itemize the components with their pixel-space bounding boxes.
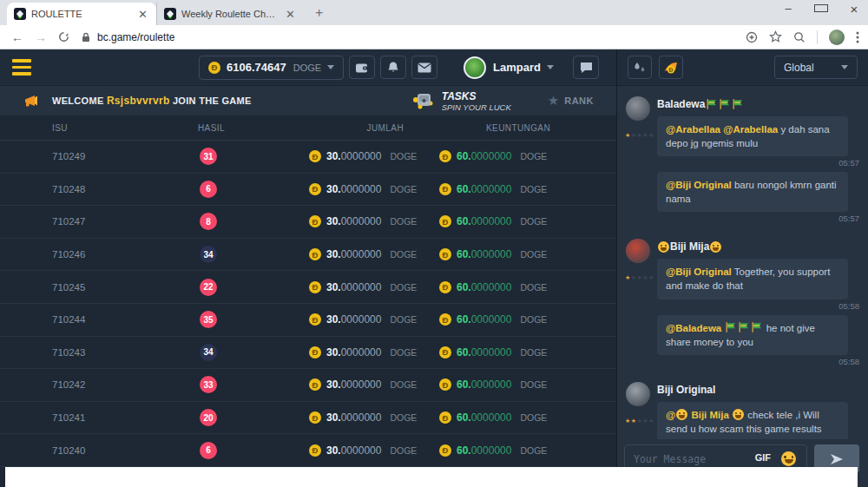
cell-isu: 710246 [0,249,148,260]
chat-avatar[interactable] [626,382,650,406]
user-star-rating: ★★★★★ [625,125,657,141]
table-row[interactable]: 7102486Ð30.0000000DOGEÐ60.0000000DOGE [0,174,616,207]
gif-button[interactable]: GIF [755,452,771,463]
send-icon [830,453,844,465]
message-bubble: @Biji Original baru nongol kmrn ganti na… [657,172,848,212]
chat-username[interactable]: Biji Mija [657,240,859,253]
user-mention[interactable]: Biji Mija [688,410,732,420]
url-text: bc.game/roulette [97,31,174,43]
amount: 30.0000000 [326,346,381,359]
user-mention[interactable]: @Biji Original [666,180,732,190]
currency-label: DOGE [520,314,547,325]
emoji-picker-icon[interactable] [780,451,795,466]
chat-avatar[interactable] [626,239,650,263]
notifications-button[interactable] [380,56,406,79]
table-row[interactable]: 71024233Ð30.0000000DOGEÐ60.0000000DOGE [0,369,616,402]
table-row[interactable]: 71024334Ð30.0000000DOGEÐ60.0000000DOGE [0,337,616,370]
table-row[interactable]: 71024522Ð30.0000000DOGEÐ60.0000000DOGE [0,271,616,304]
chat-username[interactable]: Biji Original [657,384,859,396]
cell-hasil: 6 [148,181,269,198]
cell-isu: 710249 [0,151,148,161]
table-row[interactable]: 71024634Ð30.0000000DOGEÐ60.0000000DOGE [0,239,616,272]
messages-button[interactable] [411,56,437,79]
fireball-coin-icon: Ð [663,61,679,75]
doge-coin-icon: Ð [439,313,451,326]
user-mention[interactable]: @Arabellaa [666,124,720,135]
result-badge: 20 [200,409,217,426]
tab-close-icon[interactable]: ✕ [136,8,149,21]
forward-icon[interactable]: → [35,30,47,44]
cell-keuntungan: Ð60.0000000DOGE [425,248,616,260]
minimize-button[interactable]: – [781,2,795,16]
reload-icon[interactable] [58,31,69,43]
tab-roulette[interactable]: ROULETTE ✕ [7,3,156,25]
result-badge: 34 [200,246,217,263]
currency-label: DOGE [520,184,547,194]
chat-avatar[interactable] [626,96,650,121]
grin-emoji [733,409,744,420]
tab-title: Weekly Roulette Challenge - Win [181,9,279,19]
maximize-button[interactable] [814,2,828,16]
balance-selector[interactable]: Ð 6106.74647 DOGE [199,56,344,80]
cell-isu: 710248 [0,184,148,194]
message-text: Biji Original [657,384,715,396]
cell-keuntungan: Ð60.0000000DOGE [425,215,616,227]
rain-button[interactable] [628,56,652,79]
currency-label: DOGE [390,314,417,325]
address-field[interactable]: bc.game/roulette [82,31,746,43]
table-row[interactable]: 7102478Ð30.0000000DOGEÐ60.0000000DOGE [0,206,616,239]
flag-emoji [706,99,717,109]
browser-profile-avatar[interactable] [829,30,845,45]
tasks-chest-icon [412,91,435,110]
amount: 60.0000000 [457,411,511,424]
table-row[interactable]: 71024435Ð30.0000000DOGEÐ60.0000000DOGE [0,304,616,337]
chat-username[interactable]: Baladewa [657,98,859,110]
url-bar: ← → bc.game/roulette [0,25,868,49]
tasks-subtitle: SPIN YOUR LUCK [442,102,511,112]
user-menu[interactable]: Lampard [464,56,554,79]
chat-room-select[interactable]: Global [774,56,858,79]
doge-coin-icon: Ð [439,444,451,457]
search-icon[interactable] [793,31,806,43]
user-mention[interactable]: @Baladewa [666,323,724,333]
chat-toolbar: Ð Global [617,49,868,86]
chat-group-body: Biji Original@ Biji Mija check tele ,i W… [657,382,859,439]
doge-coin-icon: Ð [309,378,321,391]
menu-hamburger-icon[interactable] [12,59,31,76]
tab-close-icon[interactable]: ✕ [284,8,297,21]
new-tab-button[interactable]: ＋ [312,4,326,21]
zoom-page-icon[interactable] [746,31,758,43]
tasks-shortcut[interactable]: TASKS SPIN YOUR LUCK [412,90,511,112]
back-icon[interactable]: ← [11,30,23,44]
star-icon: ★ [631,274,637,280]
table-row[interactable]: 71024120Ð30.0000000DOGEÐ60.0000000DOGE [0,402,616,435]
user-mention[interactable]: @ [666,410,675,420]
close-window-button[interactable]: × [847,2,861,16]
balance-amount: 6106.74647 [227,61,286,74]
chrome-menu-icon[interactable] [856,31,859,43]
amount: 60.0000000 [457,346,511,359]
results-table-header: ISU HASIL JUMLAH KEUNTUNGAN [0,115,616,140]
amount: 60.0000000 [457,248,511,260]
table-row[interactable]: 71024931Ð30.0000000DOGEÐ60.0000000DOGE [0,141,616,174]
result-badge: 34 [200,344,217,361]
doge-coin-icon: Ð [309,444,321,457]
user-mention[interactable]: @Arabellaa [723,124,778,135]
column-header-isu: ISU [0,123,148,133]
currency-label: DOGE [520,249,547,260]
bookmark-star-icon[interactable] [769,30,782,43]
user-mention[interactable]: @Biji Original [666,267,732,277]
currency-label: DOGE [520,282,547,293]
app: Ð 6106.74647 DOGE [0,49,868,487]
amount: 30.0000000 [326,150,381,162]
coin-drop-button[interactable]: Ð [659,56,683,79]
wallet-button[interactable] [349,56,375,79]
tab-weekly-challenge[interactable]: Weekly Roulette Challenge - Win ✕ [156,3,304,25]
result-badge: 6 [200,442,217,459]
cell-hasil: 22 [148,279,269,296]
cell-jumlah: Ð30.0000000DOGE [269,215,425,227]
rank-shortcut[interactable]: ★ RANK [548,93,594,109]
table-row[interactable]: 7102406Ð30.0000000DOGEÐ60.0000000DOGE [0,434,616,467]
chat-toggle-button[interactable] [573,56,599,79]
result-badge: 35 [200,311,217,328]
